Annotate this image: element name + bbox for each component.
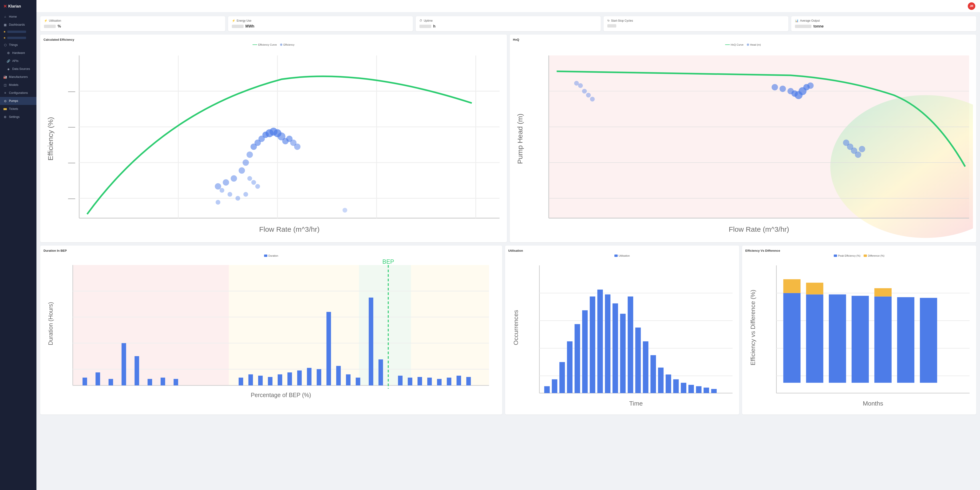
kpi-uptime-unit: h xyxy=(433,24,436,29)
starred-item-1[interactable]: ★ xyxy=(0,29,37,35)
svg-point-36 xyxy=(228,192,232,197)
svg-rect-89 xyxy=(161,378,165,385)
svg-point-66 xyxy=(582,89,587,93)
kpi-uptime: ⏱ Uptime h xyxy=(416,16,601,31)
user-avatar[interactable]: JR xyxy=(968,2,975,10)
sidebar-item-configurations[interactable]: ≡ Configurations xyxy=(0,89,37,97)
svg-text:Time: Time xyxy=(629,400,643,407)
output-icon: 📊 xyxy=(795,19,799,22)
svg-rect-142 xyxy=(696,386,702,393)
svg-rect-85 xyxy=(109,379,113,385)
svg-text:Efficiency vs Difference (%): Efficiency vs Difference (%) xyxy=(749,290,756,366)
kpi-energy-value: MWh xyxy=(232,24,409,29)
chart-hvq-area: Flow Rate (m^3/hr) Pump Head (m) xyxy=(513,48,973,239)
svg-rect-99 xyxy=(317,369,321,385)
svg-rect-83 xyxy=(83,378,87,385)
svg-rect-88 xyxy=(148,379,152,385)
kpi-energy: ⚡ Energy Use MWh xyxy=(228,16,413,31)
svg-point-35 xyxy=(220,188,224,193)
refresh-icon: ↻ xyxy=(607,19,610,22)
tickets-icon: 🎫 xyxy=(3,107,7,111)
legend-diff: Difference (%) xyxy=(864,254,884,257)
top-chart-row: Calculated Efficiency Efficiency Curve E… xyxy=(40,35,976,242)
svg-rect-154 xyxy=(783,279,800,293)
chart-utilisation-svg: Time Occurrences xyxy=(508,259,736,410)
svg-rect-123 xyxy=(552,379,557,393)
sidebar-item-apis[interactable]: 🔗 APIs xyxy=(0,57,37,65)
svg-rect-124 xyxy=(559,362,565,393)
svg-rect-126 xyxy=(574,324,580,393)
sidebar-label-pumps: Pumps xyxy=(9,99,18,102)
legend-efficiency-dot-circle xyxy=(280,43,282,46)
sidebar-item-things[interactable]: ⬡ Things xyxy=(0,41,37,49)
svg-point-58 xyxy=(807,82,813,89)
svg-rect-128 xyxy=(590,297,595,393)
kpi-energy-title: ⚡ Energy Use xyxy=(232,19,409,22)
sidebar-item-home[interactable]: ⌂ Home xyxy=(0,13,37,21)
svg-rect-113 xyxy=(466,377,471,385)
kpi-row: ⚡ Utilisation % ⚡ Energy Use MWh xyxy=(40,16,976,31)
things-icon: ⬡ xyxy=(3,43,7,47)
sidebar-item-settings[interactable]: ⚙ Settings xyxy=(0,113,37,121)
svg-rect-153 xyxy=(783,293,800,383)
kpi-utilisation-num xyxy=(44,25,56,28)
hardware-icon: ⚙ xyxy=(6,51,10,55)
clock-icon: ⏱ xyxy=(420,19,422,22)
sidebar-label-models: Models xyxy=(9,83,18,86)
sidebar-item-manufacturers[interactable]: 🏭 Manufacturers xyxy=(0,73,37,81)
kpi-energy-unit: MWh xyxy=(245,24,255,29)
legend-utilisation-bar: Utilisation xyxy=(614,254,630,257)
starred-item-2[interactable]: ★ xyxy=(0,35,37,41)
svg-text:—: — xyxy=(68,194,75,202)
legend-hvq-dot-circle xyxy=(747,43,749,46)
svg-point-19 xyxy=(247,152,253,158)
sidebar-item-models[interactable]: ◫ Models xyxy=(0,81,37,89)
kpi-start-stop-title: ↻ Start-Stop Cycles xyxy=(607,19,785,22)
kpi-avg-output-title: 📊 Average Output xyxy=(795,19,972,22)
svg-rect-92 xyxy=(248,374,253,385)
legend-diff-box xyxy=(864,255,867,257)
svg-rect-96 xyxy=(287,372,292,385)
sidebar-label-things: Things xyxy=(9,43,18,46)
svg-point-64 xyxy=(574,81,579,86)
topbar: JR xyxy=(37,0,980,13)
svg-rect-135 xyxy=(643,342,648,393)
svg-point-18 xyxy=(243,160,249,166)
legend-efficiency-dot: Efficiency xyxy=(280,43,294,46)
svg-rect-158 xyxy=(852,296,869,383)
sidebar-item-data-sources[interactable]: ◈ Data Sources xyxy=(0,65,37,73)
sidebar-item-hardware[interactable]: ⚙ Hardware xyxy=(0,49,37,57)
kpi-start-stop-num xyxy=(607,24,616,27)
chart-efficiency-diff: Efficiency Vs Difference Peak Efficiency… xyxy=(742,246,976,415)
svg-rect-143 xyxy=(703,388,709,393)
dashboards-icon: ▦ xyxy=(3,23,7,27)
svg-point-33 xyxy=(251,180,256,185)
chart-hvq-title: HvQ xyxy=(513,38,973,41)
kpi-uptime-title: ⏱ Uptime xyxy=(420,19,597,22)
logo-x: ✕ xyxy=(3,4,7,9)
chart-efficiency-svg: — — — — xyxy=(43,48,504,238)
sidebar-label-hardware: Hardware xyxy=(12,51,25,54)
sidebar-item-tickets[interactable]: 🎫 Tickets xyxy=(0,105,37,113)
logo-name: Klarian xyxy=(8,4,21,8)
svg-rect-100 xyxy=(326,312,331,385)
svg-text:—: — xyxy=(68,158,75,166)
svg-text:Occurrences: Occurrences xyxy=(512,310,519,345)
sidebar-label-dashboards: Dashboards xyxy=(9,23,25,26)
svg-point-17 xyxy=(239,167,245,174)
svg-rect-134 xyxy=(635,327,641,393)
legend-hvq-dot: Head (m) xyxy=(747,43,761,46)
sidebar-item-pumps[interactable]: ⊙ Pumps xyxy=(0,97,37,105)
star-icon-2: ★ xyxy=(3,36,6,40)
svg-rect-111 xyxy=(447,378,451,385)
sidebar-item-dashboards[interactable]: ▦ Dashboards xyxy=(0,21,37,29)
chart-hvq-legend: HvQ Curve Head (m) xyxy=(513,43,973,46)
svg-point-65 xyxy=(578,83,583,88)
starred-name-2 xyxy=(7,37,26,39)
svg-point-38 xyxy=(243,192,248,197)
legend-util-bar-box xyxy=(614,255,618,257)
sidebar-label-settings: Settings xyxy=(9,115,19,118)
svg-rect-97 xyxy=(297,370,302,385)
svg-text:Flow Rate (m^3/hr): Flow Rate (m^3/hr) xyxy=(259,225,320,233)
kpi-uptime-num xyxy=(420,25,431,28)
